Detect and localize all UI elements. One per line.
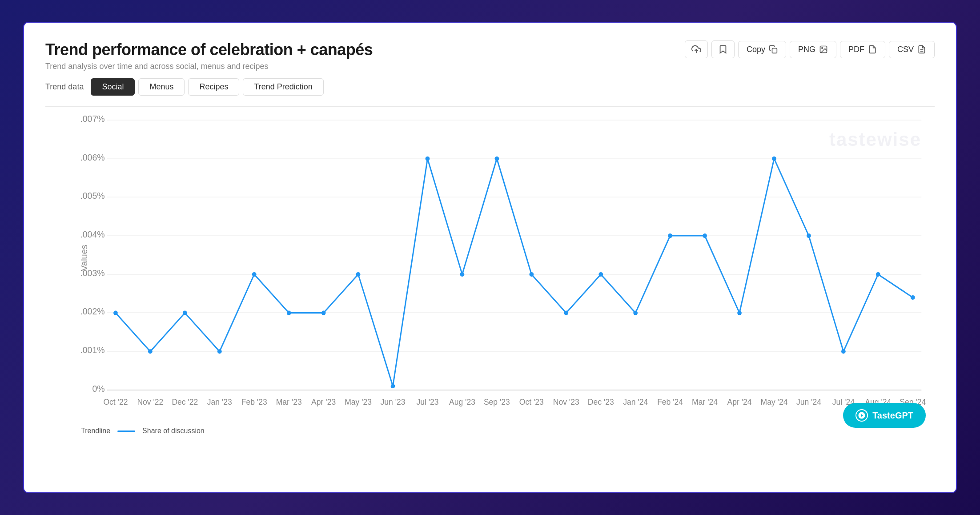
data-point <box>633 311 638 315</box>
svg-text:0.007%: 0.007% <box>81 116 105 124</box>
data-point <box>321 311 326 315</box>
svg-rect-1 <box>772 48 777 53</box>
svg-text:Nov '23: Nov '23 <box>553 398 579 406</box>
svg-text:0.006%: 0.006% <box>81 153 105 162</box>
legend-line <box>117 431 135 432</box>
svg-text:Aug '23: Aug '23 <box>449 398 475 406</box>
copy-label: Copy <box>747 45 765 54</box>
upload-icon-button[interactable] <box>685 40 708 58</box>
header-actions: Copy PNG PDF CSV <box>685 40 935 58</box>
data-point <box>252 272 257 277</box>
data-point <box>807 233 811 238</box>
svg-text:Jan '23: Jan '23 <box>207 398 232 406</box>
main-card: Trend performance of celebration + canap… <box>23 22 957 493</box>
data-point <box>148 349 153 354</box>
tabs-row: Trend data Social Menus Recipes Trend Pr… <box>45 78 935 96</box>
data-point <box>460 272 465 277</box>
data-point <box>495 157 499 161</box>
svg-text:Jun '23: Jun '23 <box>381 398 406 406</box>
upload-icon <box>691 44 701 54</box>
pdf-icon <box>868 45 877 54</box>
chart-inner: tastewise 0.007% 0.006% 0.005% 0.004% 0.… <box>81 116 926 435</box>
data-point <box>772 157 776 161</box>
svg-text:Feb '24: Feb '24 <box>657 398 683 406</box>
trend-chart: 0.007% 0.006% 0.005% 0.004% 0.003% 0.002… <box>81 116 926 418</box>
pdf-label: PDF <box>848 45 864 54</box>
data-point <box>391 384 395 388</box>
svg-text:Feb '23: Feb '23 <box>241 398 267 406</box>
svg-text:Jul '23: Jul '23 <box>416 398 438 406</box>
copy-button[interactable]: Copy <box>738 41 786 58</box>
chart-legend: Trendline Share of discussion <box>81 427 926 435</box>
tab-trend-prediction[interactable]: Trend Prediction <box>243 78 323 96</box>
svg-text:Sep '23: Sep '23 <box>484 398 510 406</box>
pdf-button[interactable]: PDF <box>840 41 885 58</box>
series-label: Share of discussion <box>142 427 205 435</box>
copy-icon <box>769 45 778 54</box>
data-point <box>911 295 915 300</box>
svg-text:0.004%: 0.004% <box>81 229 105 239</box>
page-subtitle: Trend analysis over time and across soci… <box>45 62 373 71</box>
svg-text:Mar '24: Mar '24 <box>692 398 718 406</box>
csv-icon <box>917 45 926 54</box>
data-point <box>113 311 118 315</box>
svg-text:0%: 0% <box>92 384 104 394</box>
svg-text:Oct '22: Oct '22 <box>103 398 128 406</box>
page-title: Trend performance of celebration + canap… <box>45 40 373 59</box>
svg-text:May '24: May '24 <box>761 398 788 406</box>
data-point <box>426 157 430 161</box>
bookmark-icon <box>718 44 728 54</box>
data-point <box>217 349 222 354</box>
trend-line <box>116 159 913 386</box>
header: Trend performance of celebration + canap… <box>45 40 935 71</box>
svg-text:0.002%: 0.002% <box>81 306 105 316</box>
data-point <box>841 349 846 354</box>
svg-point-3 <box>822 48 823 49</box>
tab-recipes[interactable]: Recipes <box>188 78 239 96</box>
svg-text:Apr '24: Apr '24 <box>727 398 752 406</box>
svg-text:0.005%: 0.005% <box>81 191 105 201</box>
svg-text:May '23: May '23 <box>345 398 372 406</box>
tab-menus[interactable]: Menus <box>138 78 185 96</box>
data-point <box>876 272 880 277</box>
svg-text:Values: Values <box>81 245 89 271</box>
svg-text:Oct '23: Oct '23 <box>519 398 544 406</box>
tab-social[interactable]: Social <box>91 78 135 96</box>
svg-text:Apr '23: Apr '23 <box>311 398 336 406</box>
tastegpt-label: TasteGPT <box>872 410 913 421</box>
bookmark-icon-button[interactable] <box>711 40 735 58</box>
data-point <box>737 311 742 315</box>
data-point <box>703 233 707 238</box>
data-point <box>287 311 291 315</box>
svg-text:Dec '23: Dec '23 <box>588 398 614 406</box>
data-point <box>598 272 603 277</box>
chart-area: tastewise 0.007% 0.006% 0.005% 0.004% 0.… <box>45 106 935 478</box>
csv-label: CSV <box>897 45 914 54</box>
svg-text:Mar '23: Mar '23 <box>276 398 302 406</box>
png-button[interactable]: PNG <box>790 41 836 58</box>
svg-text:0.001%: 0.001% <box>81 345 105 355</box>
svg-text:Dec '22: Dec '22 <box>172 398 198 406</box>
svg-text:Jun '24: Jun '24 <box>796 398 821 406</box>
png-label: PNG <box>798 45 815 54</box>
csv-button[interactable]: CSV <box>889 41 935 58</box>
header-left: Trend performance of celebration + canap… <box>45 40 373 71</box>
data-point <box>529 272 534 277</box>
data-point <box>668 233 672 238</box>
tabs-prefix: Trend data <box>45 82 84 92</box>
data-point <box>564 311 568 315</box>
data-point <box>356 272 361 277</box>
data-point <box>183 311 187 315</box>
tastegpt-button[interactable]: TasteGPT <box>843 403 926 428</box>
trendline-label: Trendline <box>81 427 110 435</box>
png-icon <box>819 45 828 54</box>
svg-text:Nov '22: Nov '22 <box>137 398 163 406</box>
svg-text:Jan '24: Jan '24 <box>623 398 648 406</box>
tastegpt-logo <box>855 409 868 422</box>
